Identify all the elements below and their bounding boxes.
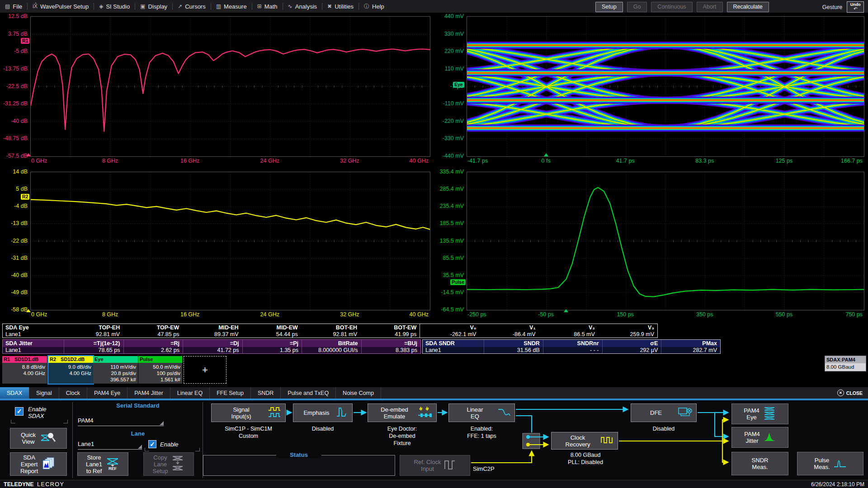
tab-linear-eq[interactable]: Linear EQ: [170, 387, 210, 399]
descriptor-header: Eye: [93, 356, 138, 363]
go-button[interactable]: Go: [627, 2, 647, 12]
chart-eye[interactable]: [467, 16, 864, 157]
sdax-pam4-value: 8.00 GBaud: [825, 363, 866, 371]
chart-pulse[interactable]: [467, 172, 864, 310]
dialog-close-button[interactable]: ✕CLOSE: [832, 387, 868, 399]
emphasis-block[interactable]: Emphasis: [293, 404, 353, 422]
menubar: ▤FileiX̂WavePulser Setup◈SI Studio▣Displ…: [0, 0, 868, 13]
clock-recovery-block[interactable]: Clock Recovery: [551, 432, 618, 450]
measure-column: BOT-EH92.81 mV: [301, 324, 360, 338]
tab-clock[interactable]: Clock: [59, 387, 87, 399]
tab-pam4-jitter[interactable]: PAM4 Jitter: [127, 387, 170, 399]
lane-enable-checkbox[interactable]: [148, 440, 156, 448]
table-title-text: SDA Jitter: [5, 340, 64, 347]
measure-header: V₂: [589, 324, 595, 331]
sndr-meas-button[interactable]: SNDR Meas.: [731, 452, 788, 475]
y-tick-label: 330 mV: [435, 31, 464, 38]
y-tick-label: -440 mV: [435, 153, 464, 160]
tab-sdax[interactable]: SDAX: [0, 387, 29, 399]
signal-input-block[interactable]: Signal Input(s): [211, 404, 286, 422]
measure-value: 2.62 ps: [161, 347, 179, 353]
measure-value: 259.9 mV: [630, 331, 655, 338]
descriptor-id: Eye: [94, 356, 104, 363]
y-tick-label: 440 mV: [435, 13, 464, 20]
x-tick-label: 41.7 ps: [607, 158, 643, 164]
x-tick-label: 32 GHz: [331, 158, 368, 164]
menu-item-label: WavePulser Setup: [40, 3, 89, 10]
clock-recovery-label: Clock Recovery: [555, 434, 600, 448]
linear-eq-block[interactable]: Linear EQ: [448, 404, 515, 422]
menu-item-si-studio[interactable]: ◈SI Studio: [94, 0, 135, 13]
sdax-pam4-badge[interactable]: SDAX:PAM4 8.00 GBaud: [825, 356, 866, 371]
measure-value: 47.85 ps: [157, 331, 179, 338]
chart-r1[interactable]: [30, 16, 430, 157]
menu-item-file[interactable]: ▤File: [0, 0, 27, 13]
measure-value: 92.81 mV: [96, 331, 120, 338]
tab-pulse-and-txeq[interactable]: Pulse and TxEQ: [281, 387, 336, 399]
tab-spacer: [381, 387, 832, 399]
x-tick-label: 24 GHz: [252, 158, 288, 164]
menu-item-display[interactable]: ▣Display: [135, 0, 172, 13]
menu-item-label: File: [13, 3, 22, 10]
measure-table-sndr: SDA SNDRLane1SNDR31.56 dBSNDRnr- - -σE29…: [422, 339, 721, 354]
descriptor-eye[interactable]: Eye110 mV/div 20.8 ps/div 396.557 k#: [93, 356, 138, 384]
x-tick-label: 8 GHz: [92, 158, 128, 164]
y-tick-label: -64.5 mV: [435, 306, 464, 313]
continuous-button[interactable]: Continuous: [651, 2, 692, 12]
pam4-eye-button[interactable]: PAM4 Eye: [731, 404, 788, 424]
lane-dropdown[interactable]: Lane1: [78, 440, 142, 450]
pam4-jitter-label: PAM4 Jitter: [744, 431, 760, 444]
serial-standard-dropdown[interactable]: PAM4: [78, 417, 164, 426]
channel-badge-r1: R1: [21, 38, 29, 44]
menu-item-math[interactable]: ⊞Math: [252, 0, 283, 13]
menu-item-cursors[interactable]: ↗Cursors: [173, 0, 211, 13]
recalculate-button[interactable]: Recalculate: [727, 2, 769, 12]
bracket-corner: [63, 420, 68, 423]
deembed-icon: [417, 405, 433, 420]
measure-table-title: SDA EyeLane1: [3, 324, 64, 338]
sda-expert-report-button[interactable]: SDA Expert Report: [10, 452, 67, 476]
measure-value: 86.5 mV: [574, 331, 595, 338]
menu-item-wavepulser-setup[interactable]: iX̂WavePulser Setup: [28, 0, 94, 13]
measure-header: =Rj: [170, 340, 179, 347]
y-tick-label: -40 dB: [0, 118, 28, 125]
quick-view-button[interactable]: Quick View: [10, 428, 67, 449]
dfe-block[interactable]: DFE: [631, 404, 697, 422]
descriptor-r2[interactable]: R2SD1D2.dB9.0 dB/div 4.00 GHz: [48, 356, 93, 384]
setup-button[interactable]: Setup: [595, 2, 623, 12]
tab-signal[interactable]: Signal: [29, 387, 59, 399]
abort-button[interactable]: Abort: [697, 2, 723, 12]
measure-value: 41.72 ps: [217, 347, 239, 353]
measure-value: 92.81 mV: [333, 331, 358, 338]
bracket-corner: [195, 448, 200, 451]
enable-sdax-checkbox[interactable]: [15, 407, 24, 416]
tab-ffe-setup[interactable]: FFE Setup: [210, 387, 251, 399]
deembed-emulate-block[interactable]: De-embed Emulate: [368, 404, 437, 422]
report-pages-icon: [41, 457, 57, 472]
menu-item-utilities[interactable]: ✖Utilities: [322, 0, 359, 13]
menu-item-analysis[interactable]: ∿Analysis: [283, 0, 322, 13]
pulse-meas-button[interactable]: Pulse Meas.: [797, 452, 863, 475]
descriptor-values: 9.0 dB/div 4.00 GHz: [48, 363, 93, 384]
descriptor-pulse[interactable]: Pulse50.0 mV/div 100 ps/div 1.561 k#: [138, 356, 182, 384]
pam4-eye-label: PAM4 Eye: [744, 407, 759, 421]
menu-item-help[interactable]: ⓘHelp: [359, 0, 389, 13]
simc2p-wire-label: SimC2P: [473, 465, 495, 472]
chart-r2[interactable]: [30, 172, 430, 310]
tab-pam4-eye[interactable]: PAM4 Eye: [87, 387, 127, 399]
descriptor-r1[interactable]: R1SD1D1.dB8.8 dB/div 4.00 GHz: [2, 356, 47, 384]
menu-item-label: Help: [372, 3, 384, 10]
copy-lane-setup-button[interactable]: Copy Lane Setup: [143, 452, 194, 476]
undo-button[interactable]: Undo ↶: [847, 1, 864, 13]
add-trace-tile[interactable]: +: [184, 356, 226, 384]
tab-sndr[interactable]: SNDR: [251, 387, 281, 399]
measure-value: 8.000000 GUI/s: [318, 347, 358, 353]
store-lane1-to-ref-button[interactable]: Store Lane1 to Ref REF: [77, 452, 128, 476]
pam4-jitter-button[interactable]: PAM4 Jitter: [731, 427, 788, 448]
tab-noise-comp[interactable]: Noise Comp: [336, 387, 381, 399]
ref-clock-input-button[interactable]: Ref. Clock Input: [400, 455, 470, 476]
lane-label: Lane: [75, 430, 201, 437]
menu-item-measure[interactable]: ▥Measure: [211, 0, 252, 13]
wavepulser-setup-icon: iX̂: [33, 3, 38, 9]
measure-table-title: SDA SNDRLane1: [423, 340, 484, 353]
